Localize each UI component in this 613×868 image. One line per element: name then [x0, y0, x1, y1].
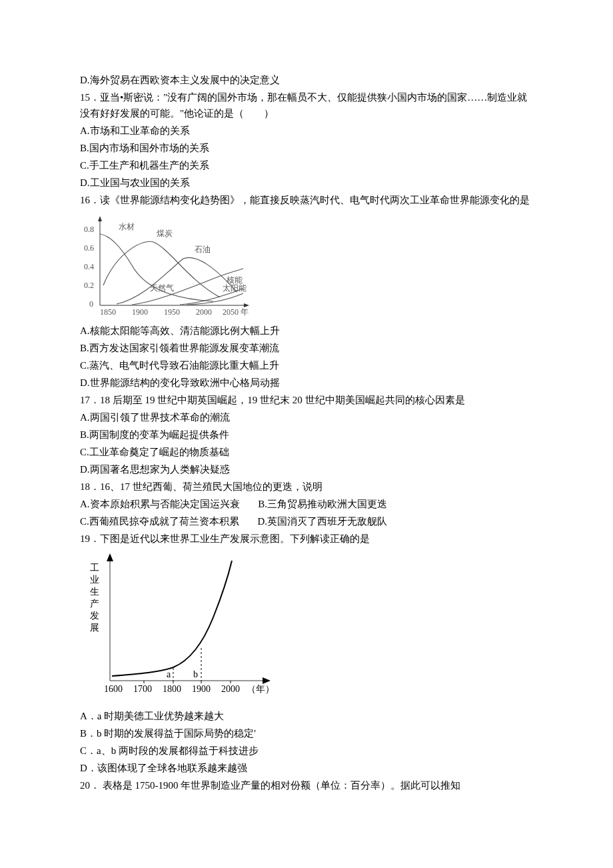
- label-oil: 石油: [195, 245, 211, 254]
- label-gas: 天然气: [150, 283, 174, 293]
- industrial-growth-chart: 工 业 生 产 发 展 1600 1700 1800 1900 2000 （年）…: [80, 551, 533, 704]
- svg-text:1600: 1600: [104, 684, 123, 694]
- svg-text:0.2: 0.2: [84, 281, 94, 290]
- q15-option-c: C.手工生产和机器生产的关系: [80, 157, 533, 173]
- q16-option-c: C.蒸汽、电气时代导致石油能源比重大幅上升: [80, 357, 533, 373]
- q17-stem: 17．18 后期至 19 世纪中期英国崛起，19 世纪末 20 世纪中期美国崛起…: [80, 392, 533, 408]
- q17-option-d: D.两国著名思想家为人类解决疑惑: [80, 461, 533, 477]
- svg-marker-17: [263, 677, 271, 684]
- svg-text:2000: 2000: [196, 307, 212, 317]
- svg-text:0.4: 0.4: [84, 262, 94, 271]
- label-solar: 太阳能: [223, 283, 247, 293]
- document-page: D.海外贸易在西欧资本主义发展中的决定意义 15．亚当•斯密说："没有广阔的国外…: [0, 0, 613, 868]
- q19-option-a: A．a 时期美德工业优势越来越大: [80, 708, 533, 724]
- svg-text:业: 业: [90, 575, 99, 585]
- svg-marker-15: [107, 553, 113, 561]
- q18-stem: 18．16、17 世纪西葡、荷兰殖民大国地位的更迭，说明: [80, 479, 533, 495]
- q15-option-b: B.国内市场和国外市场的关系: [80, 140, 533, 156]
- q18-option-a: A.资本原始积累与否能决定国运兴衰: [80, 499, 240, 509]
- q18-options-row2: C.西葡殖民掠夺成就了荷兰资本积累 D.英国消灭了西班牙无敌舰队: [80, 513, 533, 529]
- q16-option-d: D.世界能源结构的变化导致欧洲中心格局动摇: [80, 375, 533, 391]
- svg-text:1900: 1900: [192, 684, 211, 694]
- label-coal: 煤炭: [157, 229, 173, 238]
- q15-option-a: A.市场和工业革命的关系: [80, 123, 533, 139]
- q15-option-d: D.工业国与农业国的关系: [80, 175, 533, 191]
- svg-text:1700: 1700: [133, 684, 152, 694]
- marker-a: a: [167, 669, 171, 679]
- svg-text:1900: 1900: [132, 307, 148, 317]
- q14-option-d: D.海外贸易在西欧资本主义发展中的决定意义: [80, 72, 533, 88]
- q19-option-d: D．该图体现了全球各地联系越来越强: [80, 760, 533, 776]
- svg-text:2000: 2000: [221, 684, 240, 694]
- q15-stem: 15．亚当•斯密说："没有广阔的国外市场，那在幅员不大、仅能提供狭小国内市场的国…: [80, 89, 533, 121]
- q16-option-b: B.西方发达国家引领着世界能源发展变革潮流: [80, 340, 533, 356]
- svg-text:2050 年: 2050 年: [223, 307, 249, 317]
- q19-stem: 19．下图是近代以来世界工业生产发展示意图。下列解读正确的是: [80, 531, 533, 547]
- ylabel-industrial: 工: [90, 563, 99, 573]
- svg-text:产: 产: [90, 599, 99, 609]
- svg-text:生: 生: [90, 587, 99, 597]
- svg-text:0: 0: [89, 299, 93, 309]
- marker-b: b: [193, 669, 198, 679]
- q18-option-b: B.三角贸易推动欧洲大国更迭: [258, 499, 387, 509]
- energy-structure-chart: 0.8 0.6 0.4 0.2 0 1850 1900 1950 2000 20…: [80, 212, 533, 319]
- q17-option-c: C.工业革命奠定了崛起的物质基础: [80, 444, 533, 460]
- svg-text:1800: 1800: [163, 684, 181, 694]
- q18-options-row1: A.资本原始积累与否能决定国运兴衰 B.三角贸易推动欧洲大国更迭: [80, 496, 533, 512]
- q16-stem: 16．读《世界能源结构变化趋势图》，能直接反映蒸汽时代、电气时代两次工业革命世界…: [80, 192, 533, 208]
- xlabel-year: （年）: [247, 684, 275, 694]
- q17-option-a: A.两国引领了世界技术革命的潮流: [80, 409, 533, 425]
- q16-option-a: A.核能太阳能等高效、清洁能源比例大幅上升: [80, 323, 533, 339]
- q19-option-b: B．b 时期的发展得益于国际局势的稳定': [80, 725, 533, 741]
- svg-text:展: 展: [90, 623, 99, 633]
- q20-stem: 20． 表格是 1750-1900 年世界制造业产量的相对份额（单位：百分率）。…: [80, 777, 533, 793]
- svg-text:1950: 1950: [164, 307, 180, 317]
- label-wood: 水材: [119, 222, 135, 231]
- svg-text:0.8: 0.8: [84, 225, 94, 234]
- q18-option-d: D.英国消灭了西班牙无敌舰队: [258, 516, 388, 527]
- q17-option-b: B.两国制度的变革为崛起提供条件: [80, 427, 533, 443]
- svg-text:1850: 1850: [100, 307, 116, 317]
- svg-marker-1: [98, 216, 102, 221]
- svg-text:0.6: 0.6: [84, 243, 94, 253]
- svg-text:发: 发: [90, 611, 99, 621]
- q19-option-c: C．a、b 两时段的发展都得益于科技进步: [80, 743, 533, 759]
- q18-option-c: C.西葡殖民掠夺成就了荷兰资本积累: [80, 516, 239, 527]
